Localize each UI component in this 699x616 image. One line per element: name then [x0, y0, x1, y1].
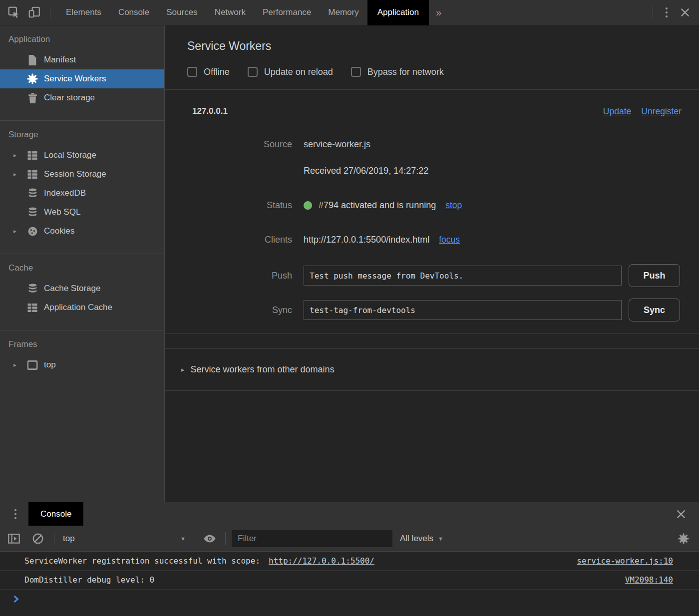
stop-link[interactable]: stop — [445, 200, 462, 211]
status-label: Status — [165, 200, 292, 211]
registration-actions: Update Unregister — [603, 106, 682, 117]
update-on-reload-checkbox-group[interactable]: Update on reload — [248, 67, 333, 77]
drawer-menu-icon[interactable] — [0, 508, 17, 520]
sidebar-item-web-sql[interactable]: Web SQL — [0, 203, 164, 222]
toolbar-separator — [194, 532, 194, 545]
sidebar-section-title: Cache — [0, 257, 164, 279]
sync-label: Sync — [165, 305, 292, 315]
sidebar-item-clear-storage[interactable]: Clear storage — [0, 88, 164, 107]
application-sidebar: Application Manifest Service Workers — [0, 25, 165, 502]
expander-icon[interactable]: ▸ — [13, 361, 16, 368]
tab-sources[interactable]: Sources — [158, 0, 206, 25]
source-label: Source — [165, 139, 292, 150]
section-gap — [165, 334, 699, 349]
push-button[interactable]: Push — [629, 264, 680, 287]
sidebar-item-label: Web SQL — [44, 207, 80, 217]
tab-application[interactable]: Application — [367, 0, 429, 25]
tab-network[interactable]: Network — [206, 0, 254, 25]
sidebar-item-manifest[interactable]: Manifest — [0, 50, 164, 69]
update-on-reload-checkbox[interactable] — [248, 67, 258, 77]
document-icon — [26, 55, 38, 65]
tab-memory[interactable]: Memory — [320, 0, 367, 25]
sidebar-item-local-storage[interactable]: ▸ Local Storage — [0, 146, 164, 165]
console-filter-input[interactable] — [232, 530, 392, 547]
console-log-row: ServiceWorker registration successful wi… — [0, 552, 699, 571]
push-message-input[interactable] — [304, 266, 622, 286]
trash-icon — [26, 93, 38, 103]
bypass-for-network-checkbox[interactable] — [351, 67, 361, 77]
sidebar-item-label: Cookies — [44, 226, 74, 236]
console-sidebar-toggle-icon[interactable] — [8, 533, 20, 544]
focus-link[interactable]: focus — [439, 235, 460, 245]
expander-icon[interactable]: ▸ — [13, 228, 16, 235]
sidebar-item-label: IndexedDB — [44, 188, 86, 198]
tab-performance[interactable]: Performance — [254, 0, 320, 25]
sync-button[interactable]: Sync — [629, 299, 680, 321]
bypass-for-network-checkbox-group[interactable]: Bypass for network — [351, 67, 444, 77]
other-domains-section-header[interactable]: ▸ Service workers from other domains — [165, 349, 699, 391]
log-scope-link[interactable]: http://127.0.0.1:5500/ — [269, 556, 374, 566]
table-icon — [26, 303, 38, 312]
inspect-element-icon[interactable] — [8, 6, 20, 18]
sidebar-item-indexeddb[interactable]: IndexedDB — [0, 184, 164, 203]
received-value: Received 27/06/2019, 14:27:22 — [304, 166, 428, 176]
execution-context-select[interactable]: top ▼ — [63, 534, 194, 544]
devtools-menu-icon[interactable] — [656, 6, 677, 18]
checkbox-label: Update on reload — [264, 67, 333, 77]
sidebar-section-cache: Cache Cache Storage Application Cache — [0, 254, 164, 330]
sidebar-item-application-cache[interactable]: Application Cache — [0, 298, 164, 317]
expander-icon[interactable]: ▸ — [13, 171, 16, 178]
offline-checkbox[interactable] — [187, 67, 197, 77]
other-domains-label: Service workers from other domains — [191, 364, 335, 375]
page-title: Service Workers — [187, 38, 682, 53]
sidebar-item-session-storage[interactable]: ▸ Session Storage — [0, 165, 164, 184]
clear-console-icon[interactable] — [32, 533, 44, 545]
tab-elements[interactable]: Elements — [57, 0, 110, 25]
sidebar-item-cookies[interactable]: ▸ Cookies — [0, 222, 164, 241]
toolbar-separator — [54, 532, 54, 545]
console-prompt[interactable] — [0, 590, 699, 604]
console-toolbar: top ▼ All levels ▼ — [0, 526, 699, 552]
offline-checkbox-group[interactable]: Offline — [187, 67, 230, 77]
client-url: http://127.0.0.1:5500/index.html — [304, 235, 429, 245]
tab-console[interactable]: Console — [110, 0, 158, 25]
more-tabs-icon[interactable]: » — [429, 7, 448, 18]
live-expression-eye-icon[interactable] — [203, 534, 216, 544]
status-row: Status #794 activated and is running sto… — [165, 200, 682, 211]
status-value: #794 activated and is running — [319, 200, 436, 211]
sidebar-item-service-workers[interactable]: Service Workers — [0, 69, 164, 88]
registration-section: 127.0.0.1 Update Unregister Source servi… — [165, 90, 699, 334]
checkbox-label: Offline — [204, 67, 230, 77]
log-levels-select[interactable]: All levels ▼ — [400, 534, 443, 544]
log-source-link[interactable]: service-worker.js:10 — [577, 556, 673, 566]
sidebar-item-top-frame[interactable]: ▸ top — [0, 355, 164, 374]
database-icon — [26, 188, 38, 199]
log-text: DomDistiller debug level: 0 — [24, 575, 154, 585]
checkbox-label: Bypass for network — [367, 67, 444, 77]
sidebar-item-cache-storage[interactable]: Cache Storage — [0, 279, 164, 298]
clients-row: Clients http://127.0.0.1:5500/index.html… — [165, 234, 682, 245]
update-link[interactable]: Update — [603, 106, 631, 117]
application-panel: Application Manifest Service Workers — [0, 25, 699, 502]
console-settings-gear-icon[interactable] — [678, 533, 689, 544]
sidebar-item-label: Local Storage — [44, 150, 96, 160]
sync-row: Sync Sync — [165, 299, 682, 321]
console-drawer-tab[interactable]: Console — [28, 502, 83, 526]
sidebar-section-application: Application Manifest Service Workers — [0, 25, 164, 120]
frame-icon — [26, 360, 38, 370]
sidebar-item-label: Cache Storage — [44, 284, 100, 294]
device-toolbar-icon[interactable] — [28, 6, 41, 18]
status-running-dot — [304, 201, 312, 210]
unregister-link[interactable]: Unregister — [641, 106, 682, 117]
service-worker-options: Offline Update on reload Bypass for netw… — [187, 65, 682, 78]
close-drawer-icon[interactable] — [673, 509, 689, 519]
cookie-icon — [26, 226, 38, 237]
close-devtools-icon[interactable] — [677, 7, 693, 17]
source-file-link[interactable]: service-worker.js — [304, 139, 370, 150]
sync-tag-input[interactable] — [304, 300, 622, 320]
expander-icon[interactable]: ▸ — [13, 152, 16, 159]
service-workers-header: Service Workers Offline Update on reload… — [165, 25, 699, 90]
console-tabrow: Console — [0, 502, 699, 526]
expander-icon[interactable]: ▸ — [181, 366, 185, 373]
log-source-link[interactable]: VM2098:140 — [625, 575, 673, 585]
